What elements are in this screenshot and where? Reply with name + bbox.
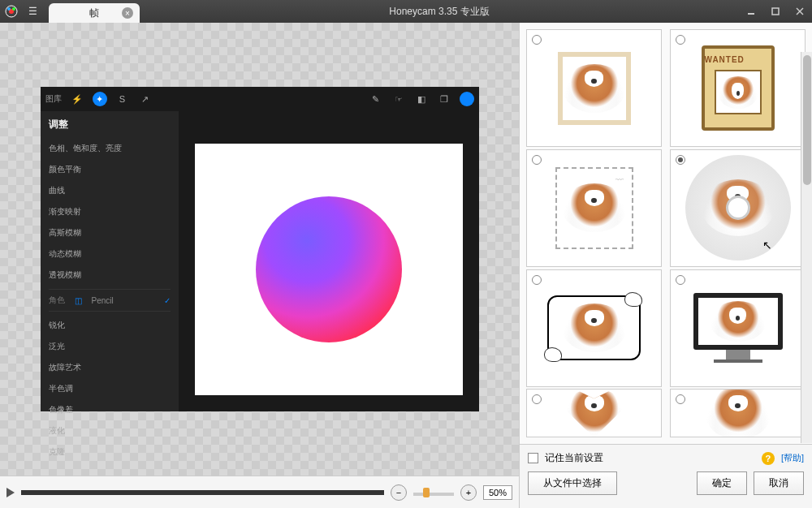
bottom-panel: 记住当前设置 ? [帮助] 从文件中选择 确定 取消 xyxy=(520,444,812,508)
panel-item[interactable]: 渐变映射 xyxy=(49,201,171,222)
svg-point-2 xyxy=(7,7,11,11)
canvas-content xyxy=(195,144,463,395)
app-title: Honeycam 3.35 专业版 xyxy=(140,5,739,19)
template-heart[interactable] xyxy=(526,389,662,437)
panel-title: 调整 xyxy=(49,118,171,131)
playback-controls: − + 50% xyxy=(0,476,519,508)
select-from-file-button[interactable]: 从文件中选择 xyxy=(528,471,617,495)
maximize-button[interactable] xyxy=(763,0,788,23)
layers-icon[interactable]: ❐ xyxy=(437,92,451,106)
svg-rect-5 xyxy=(772,8,779,15)
template-simple-frame[interactable] xyxy=(526,29,662,147)
preview-canvas: 图库 ⚡ ✦ S ↗ ✎ ☞ ◧ ❐ ▭ ◻ □ xyxy=(41,87,479,411)
cancel-button[interactable]: 取消 xyxy=(754,471,804,495)
adjust-tool-icon[interactable]: ✦ xyxy=(93,92,107,106)
radio-icon[interactable] xyxy=(532,275,542,285)
panel-item[interactable]: 半色调 xyxy=(49,378,171,399)
editor-toolbar: 图库 ⚡ ✦ S ↗ ✎ ☞ ◧ ❐ xyxy=(41,87,479,111)
radio-icon[interactable] xyxy=(676,155,685,165)
panel-item[interactable]: 泛光 xyxy=(49,336,171,357)
close-tab-icon[interactable]: × xyxy=(122,7,133,19)
move-tool-icon[interactable]: ↗ xyxy=(138,92,153,106)
cursor-icon: ↖ xyxy=(762,239,772,252)
wanted-label: WANTED xyxy=(705,55,745,64)
eraser-icon[interactable]: ◧ xyxy=(414,92,429,106)
remember-checkbox[interactable] xyxy=(528,453,538,463)
template-stamp[interactable]: 〰 xyxy=(526,149,662,267)
adjust-panel: 调整 色相、饱和度、亮度 颜色平衡 曲线 渐变映射 高斯模糊 动态模糊 透视模糊… xyxy=(41,111,179,411)
smudge-icon[interactable]: ☞ xyxy=(391,92,406,106)
scrollbar-thumb[interactable] xyxy=(803,55,811,185)
panel-item[interactable]: 透视模糊 xyxy=(49,265,171,286)
brush-icon[interactable]: ✎ xyxy=(369,92,383,106)
help-icon[interactable]: ? xyxy=(762,452,775,465)
tab-label: 帧 xyxy=(89,6,99,20)
template-cd[interactable]: ↖ xyxy=(670,149,806,267)
minimize-button[interactable] xyxy=(739,0,763,23)
panel-item[interactable]: 颜色平衡 xyxy=(49,159,171,180)
template-wanted-poster[interactable]: WANTED xyxy=(670,29,806,147)
library-label[interactable]: 图库 xyxy=(45,93,62,105)
layer-icon[interactable]: ◫ xyxy=(75,296,82,305)
timeline-slider[interactable] xyxy=(21,490,384,495)
titlebar: ☰ 帧 × Honeycam 3.35 专业版 xyxy=(0,0,812,23)
panel-item[interactable]: 色相、饱和度、亮度 xyxy=(49,138,171,159)
panel-item[interactable]: 液化 xyxy=(49,420,171,441)
play-button[interactable] xyxy=(6,488,15,497)
hamburger-menu-icon[interactable]: ☰ xyxy=(23,6,42,17)
zoom-out-button[interactable]: − xyxy=(391,484,407,501)
panel-item[interactable]: 动态模糊 xyxy=(49,243,171,265)
scrollbar[interactable] xyxy=(801,52,812,443)
panel-item[interactable]: 色像差 xyxy=(49,399,171,420)
radio-icon[interactable] xyxy=(532,35,542,45)
zoom-in-button[interactable]: + xyxy=(460,484,477,501)
pencil-label: Pencil xyxy=(92,296,114,305)
radio-icon[interactable] xyxy=(676,275,685,285)
panel-item[interactable]: 曲线 xyxy=(49,180,171,201)
frame-templates-grid: WANTED 〰 ↖ xyxy=(520,23,812,444)
ok-button[interactable]: 确定 xyxy=(697,471,747,495)
help-link[interactable]: [帮助] xyxy=(781,452,804,464)
selection-tool-icon[interactable]: S xyxy=(115,92,130,106)
close-window-button[interactable] xyxy=(788,0,812,23)
panel-item[interactable]: 故障艺术 xyxy=(49,357,171,378)
zoom-value[interactable]: 50% xyxy=(483,485,512,500)
preview-area: 图库 ⚡ ✦ S ↗ ✎ ☞ ◧ ❐ ▭ ◻ □ xyxy=(0,23,519,476)
radio-icon[interactable] xyxy=(676,394,685,404)
svg-point-3 xyxy=(12,7,15,11)
panel-item[interactable]: 克隆 xyxy=(49,441,171,463)
color-swatch-icon[interactable] xyxy=(460,92,474,106)
radio-icon[interactable] xyxy=(532,394,542,404)
remember-label: 记住当前设置 xyxy=(545,451,603,465)
zoom-handle[interactable] xyxy=(423,488,430,497)
layer-label: 角色 xyxy=(49,295,65,306)
gradient-circle-artwork xyxy=(256,196,402,342)
template-monitor[interactable] xyxy=(670,269,806,387)
radio-icon[interactable] xyxy=(676,35,685,45)
template-cloud[interactable] xyxy=(670,389,806,437)
check-icon: ✓ xyxy=(164,296,171,305)
panel-item[interactable]: 锐化 xyxy=(49,315,171,336)
tab-frame[interactable]: 帧 × xyxy=(49,3,140,23)
panel-item[interactable]: 高斯模糊 xyxy=(49,222,171,243)
app-logo-icon xyxy=(0,0,23,23)
radio-icon[interactable] xyxy=(532,155,542,165)
wrench-icon[interactable]: ⚡ xyxy=(70,92,84,106)
template-birds[interactable] xyxy=(526,269,662,387)
zoom-slider[interactable] xyxy=(413,493,454,496)
